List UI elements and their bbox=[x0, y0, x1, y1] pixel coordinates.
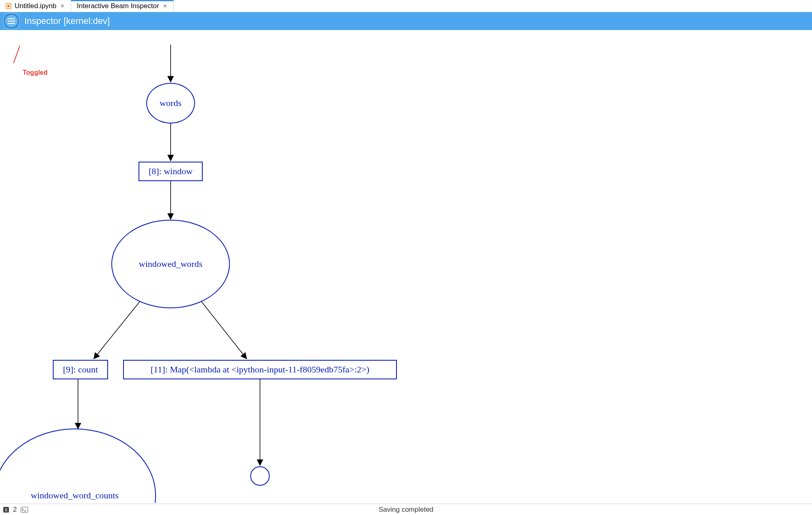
hamburger-icon bbox=[8, 21, 15, 22]
notebook-icon bbox=[6, 3, 11, 9]
diagram-edge bbox=[94, 301, 141, 358]
diagram-canvas[interactable]: words[8]: windowwindowed_words[9]: count… bbox=[0, 30, 812, 503]
terminal-icon[interactable] bbox=[21, 507, 28, 513]
diagram-node-small_out[interactable] bbox=[250, 466, 270, 486]
tab-label: Interactive Beam Inspector bbox=[77, 2, 159, 10]
inspector-header: Inspector [kernel:dev] bbox=[0, 12, 812, 30]
svg-rect-2 bbox=[21, 507, 28, 512]
status-count: 2 bbox=[13, 506, 17, 514]
tab-beam-inspector[interactable]: Interactive Beam Inspector × bbox=[71, 0, 174, 12]
status-bar: s 2 Saving completed bbox=[0, 504, 812, 515]
close-icon[interactable]: × bbox=[60, 2, 65, 10]
tab-untitled-notebook[interactable]: Untitled.ipynb × bbox=[0, 0, 71, 12]
diagram-node-windowed_word_counts[interactable]: windowed_word_counts bbox=[0, 428, 156, 503]
tab-label: Untitled.ipynb bbox=[15, 2, 56, 10]
status-badge: s bbox=[3, 507, 9, 513]
diagram-edge bbox=[201, 301, 246, 358]
sidebar-toggle-button[interactable] bbox=[4, 14, 19, 28]
diagram-node-windowed_words[interactable]: windowed_words bbox=[111, 220, 230, 308]
svg-rect-1 bbox=[7, 5, 10, 7]
inspector-title: Inspector [kernel:dev] bbox=[24, 16, 110, 26]
status-message: Saving completed bbox=[379, 506, 433, 514]
close-icon[interactable]: × bbox=[162, 2, 168, 10]
diagram-node-window[interactable]: [8]: window bbox=[139, 162, 203, 181]
tab-strip: Untitled.ipynb × Interactive Beam Inspec… bbox=[0, 0, 812, 12]
diagram-node-words[interactable]: words bbox=[146, 83, 195, 123]
diagram-node-count[interactable]: [9]: count bbox=[53, 360, 108, 379]
diagram-node-map[interactable]: [11]: Map(<lambda at <ipython-input-11-f… bbox=[123, 360, 397, 379]
